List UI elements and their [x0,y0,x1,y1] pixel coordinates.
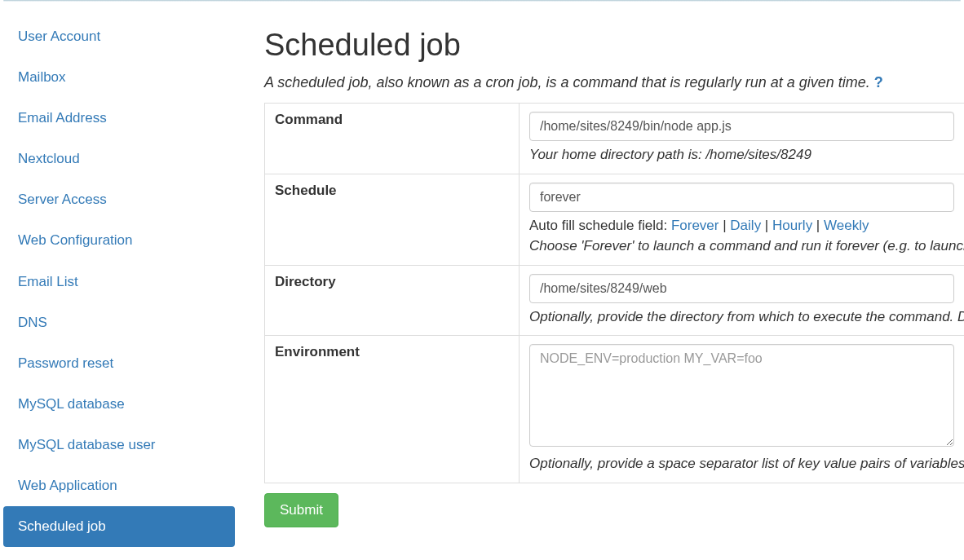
schedule-autofill: Auto fill schedule field: Forever | Dail… [529,215,954,236]
page-description-text: A scheduled job, also known as a cron jo… [264,74,870,90]
autofill-weekly[interactable]: Weekly [824,218,869,233]
sidebar-item-mysql-database[interactable]: MySQL database [3,384,235,425]
sidebar-item-mysql-database-user[interactable]: MySQL database user [3,425,235,465]
schedule-label: Schedule [265,174,520,265]
schedule-input[interactable] [529,183,954,212]
command-helper: Your home directory path is: /home/sites… [529,144,954,165]
sidebar-item-server-access[interactable]: Server Access [3,179,235,220]
directory-helper: Optionally, provide the directory from w… [529,306,954,328]
environment-label: Environment [265,336,520,483]
command-input[interactable] [529,112,954,141]
sidebar-item-email-address[interactable]: Email Address [3,98,235,139]
sidebar-item-scheduled-job[interactable]: Scheduled job [3,506,235,547]
environment-input[interactable] [529,344,954,447]
sidebar-item-user-account[interactable]: User Account [3,16,235,57]
sidebar-item-password-reset[interactable]: Password reset [3,343,235,384]
main-content: Scheduled job A scheduled job, also know… [237,2,964,560]
directory-input[interactable] [529,274,954,303]
submit-button[interactable]: Submit [264,493,338,527]
autofill-label: Auto fill schedule field: [529,218,667,233]
page-description: A scheduled job, also known as a cron jo… [264,74,964,91]
autofill-daily[interactable]: Daily [730,218,761,233]
command-label: Command [265,104,520,174]
directory-label: Directory [265,265,520,336]
sidebar-item-web-application[interactable]: Web Application [3,465,235,506]
autofill-forever[interactable]: Forever [671,218,719,233]
page-title: Scheduled job [264,28,964,63]
schedule-helper: Choose 'Forever' to launch a command and… [529,236,954,257]
sidebar-item-web-configuration[interactable]: Web Configuration [3,220,235,261]
sidebar-item-nextcloud[interactable]: Nextcloud [3,139,235,179]
sidebar-item-email-list[interactable]: Email List [3,262,235,302]
help-icon[interactable]: ? [874,74,883,91]
form-table: Command Your home directory path is: /ho… [264,103,964,483]
autofill-hourly[interactable]: Hourly [772,218,812,233]
sidebar-item-mailbox[interactable]: Mailbox [3,57,235,98]
sidebar-item-dns[interactable]: DNS [3,302,235,343]
sidebar: User Account Mailbox Email Address Nextc… [0,2,237,560]
environment-helper: Optionally, provide a space separator li… [529,453,954,474]
